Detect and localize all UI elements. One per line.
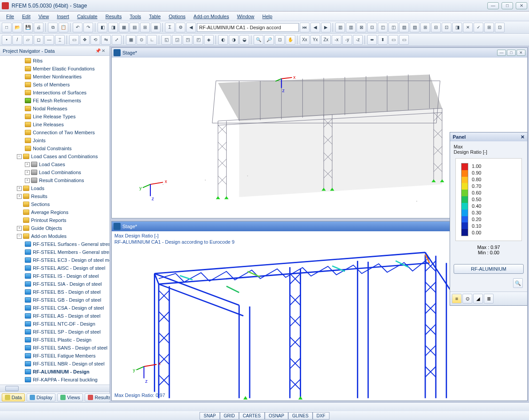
- paste-icon[interactable]: 📋: [59, 23, 68, 32]
- split-v-icon[interactable]: ⬍: [378, 35, 388, 45]
- tool-b-icon[interactable]: ◨: [108, 23, 118, 32]
- tool-d-icon[interactable]: ▤: [129, 23, 139, 32]
- open-icon[interactable]: 📂: [12, 23, 22, 32]
- view4-icon[interactable]: ◰: [193, 35, 203, 45]
- tree-item[interactable]: RF-STEEL SANS - Design of steel: [0, 344, 110, 352]
- render2-icon[interactable]: ◑: [229, 35, 239, 45]
- menu-edit[interactable]: Edit: [19, 13, 34, 20]
- expander-icon[interactable]: +: [17, 186, 22, 191]
- tree-item[interactable]: Sections: [0, 200, 110, 208]
- nav-first-icon[interactable]: ⏮: [300, 23, 310, 32]
- panel-tab3-icon[interactable]: ◢: [473, 294, 483, 303]
- panel-zoom-icon[interactable]: 🔍: [513, 278, 523, 288]
- node-icon[interactable]: •: [2, 35, 12, 45]
- navigator-tree[interactable]: RibsMember Elastic FoundationsMember Non…: [0, 56, 110, 385]
- neg-z-icon[interactable]: -z: [353, 35, 363, 45]
- tool-c-icon[interactable]: ▦: [119, 23, 129, 32]
- status-tab-dxf[interactable]: DXF: [313, 412, 329, 420]
- menu-insert[interactable]: Insert: [53, 13, 73, 20]
- scale-icon[interactable]: ⤢: [112, 35, 121, 45]
- res-f-icon[interactable]: ◫: [388, 23, 398, 32]
- panel-close-icon[interactable]: ✕: [521, 134, 525, 140]
- menu-addons[interactable]: Add-on Modules: [190, 13, 232, 20]
- zoom-fit-icon[interactable]: ⊡: [275, 35, 285, 45]
- tree-item[interactable]: RF-ALUMINIUM - Design: [0, 368, 110, 376]
- section-icon[interactable]: ⌶: [55, 35, 65, 45]
- res-i-icon[interactable]: ⊞: [420, 23, 430, 32]
- ortho-icon[interactable]: ∟: [147, 35, 157, 45]
- win2-icon[interactable]: ▭: [399, 35, 409, 45]
- expander-icon[interactable]: +: [17, 194, 22, 199]
- nav-left-icon[interactable]: ◀: [186, 23, 196, 32]
- table-icon[interactable]: ▦: [151, 23, 161, 32]
- close-button[interactable]: ✕: [516, 2, 527, 9]
- panel-tab2-icon[interactable]: ⊙: [462, 294, 472, 303]
- calc-icon[interactable]: Σ: [165, 23, 175, 32]
- rotate-icon[interactable]: ⟲: [90, 35, 100, 45]
- tree-item[interactable]: RF-KAPPA - Flexural buckling: [0, 376, 110, 384]
- menu-help[interactable]: Help: [259, 13, 276, 20]
- menu-calculate[interactable]: Calculate: [74, 13, 101, 20]
- status-tab-glines[interactable]: GLINES: [288, 412, 313, 420]
- panel-title-bar[interactable]: Panel ✕: [450, 132, 527, 141]
- expander-icon[interactable]: +: [17, 226, 22, 231]
- res-a-icon[interactable]: ▥: [335, 23, 345, 32]
- z-x-icon[interactable]: Zx: [321, 35, 331, 45]
- tree-item[interactable]: Average Regions: [0, 208, 110, 216]
- render3-icon[interactable]: ◒: [239, 35, 249, 45]
- print-icon[interactable]: 🖨: [34, 23, 43, 32]
- redo-icon[interactable]: ↷: [83, 23, 93, 32]
- member-icon[interactable]: —: [44, 35, 54, 45]
- res-n-icon[interactable]: ✓: [474, 23, 483, 32]
- res-d-icon[interactable]: ⊡: [367, 23, 377, 32]
- render1-icon[interactable]: ◐: [218, 35, 228, 45]
- tree-item[interactable]: RF-STEEL Surfaces - General stress analy…: [0, 240, 110, 248]
- tree-item[interactable]: RF-STEEL Plastic - Design: [0, 336, 110, 344]
- new-icon[interactable]: □: [2, 23, 12, 32]
- vp-top-titlebar[interactable]: Stage* — □ ✕: [112, 48, 527, 58]
- expander-icon[interactable]: +: [25, 162, 30, 167]
- tree-item[interactable]: Nodal Releases: [0, 105, 110, 113]
- save-icon[interactable]: 💾: [23, 23, 33, 32]
- status-tab-grid[interactable]: GRID: [220, 412, 239, 420]
- menu-tools[interactable]: Tools: [126, 13, 145, 20]
- tree-item[interactable]: RF-STEEL SIA - Design of steel: [0, 280, 110, 288]
- tree-item[interactable]: Member Elastic Foundations: [0, 65, 110, 73]
- tree-item[interactable]: RF-STEEL Members - General stress analys…: [0, 248, 110, 256]
- pin-icon[interactable]: 📌: [95, 48, 101, 54]
- tree-item[interactable]: +Guide Objects: [0, 224, 110, 232]
- tree-item[interactable]: +Load Cases: [0, 160, 110, 168]
- tree-item[interactable]: Intersections of Surfaces: [0, 89, 110, 97]
- res-b-icon[interactable]: ▥: [346, 23, 356, 32]
- tree-item[interactable]: Ribs: [0, 57, 110, 65]
- x-x-icon[interactable]: Xx: [300, 35, 310, 45]
- calc2-icon[interactable]: ⚙: [176, 23, 185, 32]
- view3-icon[interactable]: ◳: [183, 35, 192, 45]
- menu-results[interactable]: Results: [102, 13, 125, 20]
- tree-item[interactable]: Joints: [0, 136, 110, 144]
- menu-window[interactable]: Window: [233, 13, 258, 20]
- tree-item[interactable]: −Load Cases and Combinations: [0, 152, 110, 160]
- vp-min-icon[interactable]: —: [497, 50, 506, 56]
- navigator-close-icon[interactable]: ✕: [102, 48, 107, 54]
- copy-icon[interactable]: ⧉: [48, 23, 58, 32]
- zoom-in-icon[interactable]: 🔍: [254, 35, 263, 45]
- tree-item[interactable]: Sets of Members: [0, 81, 110, 89]
- res-e-icon[interactable]: ◫: [378, 23, 388, 32]
- res-l-icon[interactable]: ◨: [452, 23, 462, 32]
- tree-item[interactable]: FE Mesh Refinements: [0, 97, 110, 105]
- y-x-icon[interactable]: Yx: [310, 35, 320, 45]
- tree-item[interactable]: −Add-on Modules: [0, 232, 110, 240]
- win1-icon[interactable]: ▭: [388, 35, 398, 45]
- tree-item[interactable]: Printout Reports: [0, 216, 110, 224]
- navigator-h-scroll[interactable]: [0, 385, 110, 392]
- tree-item[interactable]: +Loads: [0, 184, 110, 192]
- nav-next-icon[interactable]: ▶: [321, 23, 331, 32]
- tree-item[interactable]: RF-STEEL AISC - Design of steel: [0, 264, 110, 272]
- surface-icon[interactable]: ▱: [23, 35, 33, 45]
- expander-icon[interactable]: −: [17, 234, 22, 239]
- tree-item[interactable]: RF-STEEL NBR - Design of steel: [0, 360, 110, 368]
- tree-item[interactable]: RF-STEEL BS - Design of steel: [0, 288, 110, 296]
- tree-item[interactable]: RF-STEEL GB - Design of steel: [0, 296, 110, 304]
- module-combo[interactable]: RF-ALUMINIUM CA1 - Design accord: [197, 23, 299, 32]
